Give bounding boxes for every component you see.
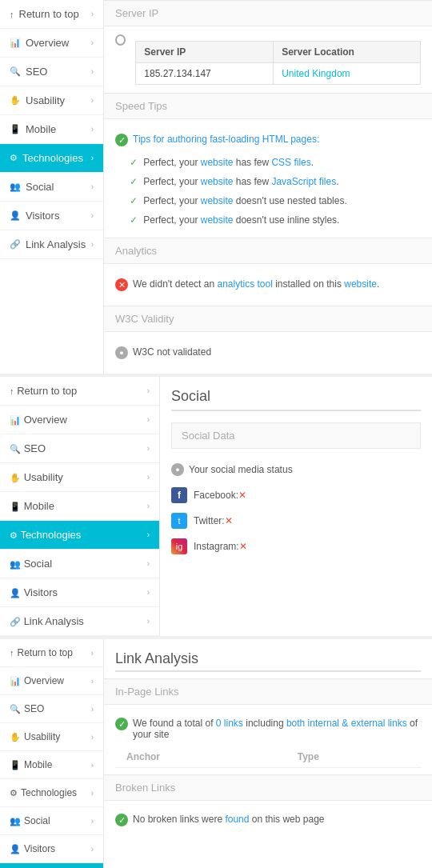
sidebar-item-usability[interactable]: ✋ Usability › [0,86,103,115]
sidebar2-item-mobile[interactable]: 📱 Mobile › [0,492,159,521]
sidebar2-item-usability[interactable]: ✋ Usability › [0,463,159,492]
sidebar-item-link-analysis[interactable]: 🔗 Link Analysis › [0,230,103,259]
facebook-label: Facebook: [194,490,238,501]
sidebar3-item-overview[interactable]: 📊 Overview › [0,667,103,695]
sidebar2-item-social[interactable]: 👥 Social › [0,550,159,578]
sidebar3-item-mobile[interactable]: 📱 Mobile › [0,751,103,779]
sidebar-label: Social [26,181,54,193]
check-icon: ✓ [130,176,138,187]
sidebar-label: Visitors [26,210,59,222]
sidebar2-label: Link Analysis [24,615,84,627]
sidebar-item-visitors[interactable]: 👤 Visitors › [0,202,103,230]
sidebar3-item-return-top[interactable]: ↑ Return to top › [0,639,103,667]
social-instagram: ig Instagram: ✕ [160,534,432,559]
social-data-box: Social Data [171,422,421,449]
chevron-icon: › [91,182,94,191]
link-analysis-title: Link Analysis [104,639,432,670]
social-icon: 👥 [10,182,21,192]
sidebar2-label: Technologies [20,529,81,541]
tip-text: Perfect, your website doesn't use inline… [143,214,339,226]
sidebar-item-mobile[interactable]: 📱 Mobile › [0,115,103,144]
tip-text: Perfect, your website doesn't use nested… [143,195,346,206]
sidebar-item-social[interactable]: 👥 Social › [0,173,103,202]
in-page-links-text: We found a total of 0 links including bo… [133,718,421,740]
sidebar2-label: SEO [24,442,46,454]
analytics-body: ✕ We didn't detect an analytics tool ins… [104,264,432,306]
facebook-status: ✕ [238,490,246,501]
social-title: Social [160,377,432,410]
sidebar-item-return-top[interactable]: ↑ Return to top › [0,0,103,29]
chevron-icon: › [91,240,94,249]
sidebar2-label: Visitors [24,586,58,598]
broken-links-header: Broken Links [104,774,432,801]
sidebar3-item-usability[interactable]: ✋ Usability › [0,723,103,751]
sidebar3-label: SEO [24,703,44,714]
mobile-icon: 📱 [10,760,21,770]
return-top-icon: ↑ [10,648,14,658]
chevron-icon: › [147,415,150,424]
sidebar2-label: Return to top [17,385,77,397]
sidebar3-item-visitors[interactable]: 👤 Visitors › [0,835,103,863]
sidebar3-item-seo[interactable]: 🔍 SEO › [0,695,103,723]
sidebar-label: Usability [26,94,65,106]
sidebar2-item-seo[interactable]: 🔍 SEO › [0,434,159,463]
sidebar2-item-technologies[interactable]: ⚙ Technologies › [0,521,159,550]
sidebar2-item-return-top[interactable]: ↑ Return to top › [0,377,159,406]
sidebar-item-technologies[interactable]: ⚙ Technologies › [0,144,103,173]
in-page-links-message: ✓ We found a total of 0 links including … [115,711,421,746]
sidebar2-item-overview[interactable]: 📊 Overview › [0,406,159,434]
sidebar3-label: Social [24,815,50,826]
tip-item-1: ✓ Perfect, your website has few CSS file… [115,153,421,172]
sidebar3-item-social[interactable]: 👥 Social › [0,807,103,835]
chevron-icon: › [91,125,94,134]
sidebar-item-overview[interactable]: 📊 Overview › [0,29,103,58]
sidebar2-label: Overview [24,414,67,426]
w3c-section: W3C Validity ● W3C not validated [104,306,432,374]
social-divider [171,410,421,411]
sidebar-label: SEO [26,66,47,78]
sidebar-item-seo[interactable]: 🔍 SEO › [0,58,103,86]
sidebar3-item-link-analysis[interactable]: 🔗 Link Analysis › [0,863,103,868]
chevron-icon: › [147,617,150,626]
mobile-icon: 📱 [10,124,21,134]
speed-tips-body: ✓ Tips for authoring fast-loading HTML p… [104,119,432,238]
broken-links-text: No broken links were found on this web p… [133,814,325,825]
social-icon: 👥 [10,559,21,569]
link-divider [115,670,421,672]
tip-text: Perfect, your website has few CSS files. [143,157,314,168]
check-icon: ✓ [130,214,138,226]
sidebar3-label: Visitors [24,843,55,854]
overview-icon: 📊 [10,676,21,686]
overview-icon: 📊 [10,415,21,425]
success-icon: ✓ [115,134,128,146]
broken-links-message: ✓ No broken links were found on this web… [115,807,421,833]
sidebar-label: Link Analysis [26,238,86,250]
radio-dot-icon [115,34,126,46]
social-facebook: f Facebook: ✕ [160,482,432,508]
tip-item-3: ✓ Perfect, your website doesn't use nest… [115,191,421,210]
sidebar-label: Technologies [22,152,83,164]
chevron-icon: › [91,761,94,770]
sidebar2-label: Social [24,558,52,570]
usability-icon: ✋ [10,732,21,742]
chevron-icon: › [91,38,94,47]
facebook-icon: f [171,487,187,503]
sidebar3-label: Return to top [18,647,73,658]
chevron-icon: › [91,154,94,162]
sidebar2-item-link-analysis[interactable]: 🔗 Link Analysis › [0,607,159,636]
in-page-links-header: In-Page Links [104,678,432,705]
instagram-label: Instagram: [194,541,239,552]
seo-icon: 🔍 [10,444,21,454]
server-ip-section: Server IP Server IP Server Location [104,0,432,93]
twitter-label: Twitter: [194,515,225,526]
tip-text: Perfect, your website has few JavaScript… [143,176,338,187]
broken-links-body: ✓ No broken links were found on this web… [104,801,432,839]
success-icon: ✓ [115,718,128,730]
return-top-icon: ↑ [10,386,14,396]
social-icon: 👥 [10,816,21,826]
analytics-text: We didn't detect an analytics tool insta… [133,278,379,290]
chevron-icon: › [91,845,94,854]
sidebar2-item-visitors[interactable]: 👤 Visitors › [0,578,159,607]
sidebar3-label: Mobile [24,759,52,770]
sidebar3-item-technologies[interactable]: ⚙ Technologies › [0,779,103,807]
